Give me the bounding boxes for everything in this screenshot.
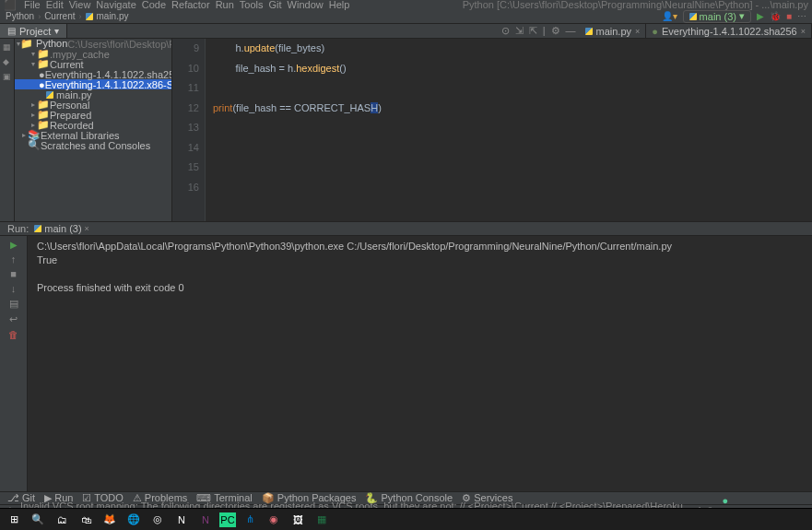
divider-icon: |	[543, 25, 546, 37]
hide-icon[interactable]: —	[566, 25, 576, 37]
close-icon[interactable]: ×	[801, 27, 806, 36]
code-line[interactable]	[213, 158, 812, 178]
stop2-icon[interactable]: ■	[10, 268, 17, 279]
app-icon: ⬛	[4, 0, 17, 11]
line-number: 14	[172, 138, 199, 159]
print-icon[interactable]: 🗑	[8, 329, 18, 340]
close-icon[interactable]: ×	[635, 27, 640, 36]
onenote-icon[interactable]: N	[195, 512, 216, 528]
chromium-icon[interactable]: ◎	[147, 512, 168, 528]
pycharm-icon[interactable]: PC	[219, 512, 236, 527]
project-tree[interactable]: ▾📁 Python C:\Users\flori\Desktop\Program…	[15, 39, 172, 221]
menu-code[interactable]: Code	[142, 0, 166, 10]
code-line[interactable]: print(file_hash == CORRECT_HASH)	[213, 99, 812, 119]
python-icon	[86, 13, 93, 20]
crumb-1[interactable]: Current	[44, 11, 75, 21]
chevron-right-icon: ›	[79, 12, 82, 21]
file-icon: ●	[652, 26, 658, 37]
python-icon	[585, 28, 593, 35]
menu-refactor[interactable]: Refactor	[171, 0, 210, 10]
rerun-button[interactable]: ▶	[10, 240, 18, 250]
user-menu[interactable]: 👤▾	[662, 11, 677, 21]
target-icon[interactable]: ⊙	[501, 25, 510, 37]
excel-icon[interactable]: ▦	[312, 512, 332, 528]
menu-git[interactable]: Git	[269, 0, 282, 10]
menu-navigate[interactable]: Navigate	[96, 0, 135, 10]
windows-taskbar[interactable]: ⊞ 🔍 🗂 🛍 🦊 🌐 ◎ N N PC ⋔ ◉ 🖼 ▦	[0, 508, 812, 530]
vscode-icon[interactable]: ⋔	[240, 512, 260, 528]
code-line[interactable]	[213, 138, 812, 159]
code-line[interactable]: h.update(file_bytes)	[213, 39, 812, 59]
line-number: 10	[172, 59, 199, 79]
code-editor[interactable]: 910111213141516 h.update(file_bytes) fil…	[172, 39, 812, 221]
run-tab[interactable]: main (3)×	[34, 223, 89, 234]
windows-start-icon[interactable]: ⊞	[4, 512, 24, 528]
image-icon[interactable]: 🖼	[288, 512, 308, 528]
run-button[interactable]: ▶	[757, 11, 764, 21]
firefox-icon[interactable]: 🦊	[100, 512, 120, 528]
menu-view[interactable]: View	[69, 0, 91, 10]
settings-icon[interactable]: ⚙	[551, 25, 560, 37]
edge-icon[interactable]: 🌐	[124, 512, 144, 528]
notion-icon[interactable]: N	[171, 512, 192, 528]
menu-help[interactable]: Help	[329, 0, 350, 10]
line-number: 16	[172, 178, 199, 198]
tree-item[interactable]: 🔍 Scratches and Consoles	[15, 140, 171, 150]
expand-icon[interactable]: ⇱	[529, 25, 537, 37]
line-number: 12	[172, 99, 199, 119]
close-icon[interactable]: ×	[85, 224, 89, 233]
line-number: 13	[172, 118, 199, 138]
tree-item[interactable]: ● Everything-1.4.1.1022.x86-Setup.exe	[15, 79, 171, 89]
down-icon[interactable]: ↓	[11, 283, 17, 294]
project-side-icon[interactable]: ▦	[3, 42, 12, 52]
store-icon[interactable]: 🛍	[76, 512, 96, 528]
line-number: 11	[172, 78, 199, 99]
tree-item[interactable]: ● Everything-1.4.1.1022.sha256	[15, 69, 171, 79]
line-number: 15	[172, 158, 199, 178]
title-path: Python [C:\Users\flori\Desktop\Programmi…	[463, 0, 808, 10]
layout-icon[interactable]: ▤	[9, 298, 18, 310]
code-line[interactable]	[213, 178, 812, 198]
up-icon[interactable]: ↑	[11, 253, 17, 265]
line-number: 9	[172, 39, 199, 59]
code-line[interactable]: file_hash = h.hexdigest()	[213, 59, 812, 79]
commit-side-icon[interactable]: ◆	[3, 57, 12, 66]
code-line[interactable]	[213, 78, 812, 99]
console-output[interactable]: C:\Users\flori\AppData\Local\Programs\Py…	[28, 236, 812, 491]
line-gutter: 910111213141516	[172, 39, 206, 221]
stop-button[interactable]: ■	[786, 11, 792, 21]
code-line[interactable]	[213, 118, 812, 138]
tree-item[interactable]: ▾📁 Current	[15, 59, 171, 69]
structure-side-icon[interactable]: ▣	[3, 72, 12, 81]
more-icon[interactable]: ⋯	[797, 11, 806, 21]
explorer-icon[interactable]: 🗂	[52, 512, 72, 528]
editor-tab-sha[interactable]: ●Everything-1.4.1.1022.sha256×	[646, 24, 812, 38]
run-config-dropdown[interactable]: main (3)▾	[683, 10, 751, 23]
menu-run[interactable]: Run	[216, 0, 234, 10]
run-panel-label: Run:	[7, 223, 29, 234]
search-icon[interactable]: 🔍	[28, 512, 48, 528]
chevron-right-icon: ›	[38, 12, 41, 21]
crumb-0[interactable]: Python	[6, 11, 34, 21]
debug-button[interactable]: 🐞	[770, 11, 781, 21]
editor-tab-main[interactable]: main.py×	[580, 24, 647, 38]
project-tool-button[interactable]: ▤ Project ▾	[0, 24, 67, 38]
menu-window[interactable]: Window	[288, 0, 324, 10]
menu-edit[interactable]: Edit	[46, 0, 64, 10]
app-icon[interactable]: ◉	[264, 512, 284, 528]
menu-file[interactable]: File	[24, 0, 41, 10]
menu-tools[interactable]: Tools	[240, 0, 264, 10]
wrap-icon[interactable]: ↩	[9, 313, 18, 325]
crumb-2[interactable]: main.py	[97, 11, 129, 21]
collapse-icon[interactable]: ⇲	[515, 25, 524, 37]
